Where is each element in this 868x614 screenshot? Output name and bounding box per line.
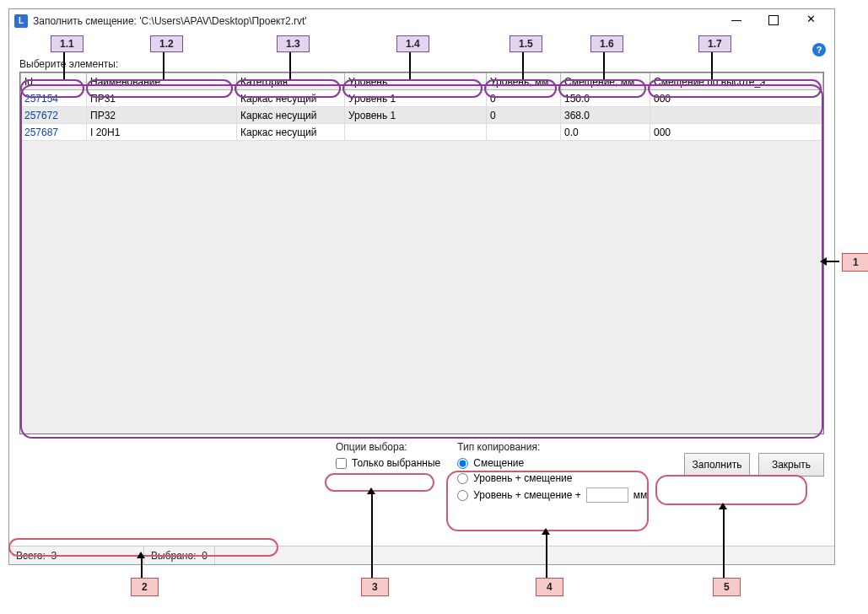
table-row[interactable]: 257672 ПР32 Каркас несущий Уровень 1 0 3…: [21, 107, 823, 124]
cell-category: Каркас несущий: [237, 107, 345, 124]
selection-options-group: Опции выбора: Только выбранные: [336, 441, 440, 471]
cell-level-mm: [487, 124, 561, 141]
cell-level-mm: 0: [487, 107, 561, 124]
cell-offset-mm: 368.0: [561, 107, 650, 124]
only-selected-checkbox[interactable]: [336, 458, 347, 469]
col-name[interactable]: Наименование: [87, 73, 237, 90]
radio-level-offset-row[interactable]: Уровень + смещение: [457, 471, 647, 486]
cell-category: Каркас несущий: [237, 124, 345, 141]
tag-1-6: 1.6: [590, 35, 623, 52]
close-window-button[interactable]: [792, 11, 829, 31]
mm-input[interactable]: [586, 487, 628, 503]
status-selected: Выбрано: 0: [144, 547, 215, 564]
tag-1-4: 1.4: [396, 35, 429, 52]
radio-level-offset-plus-row[interactable]: Уровень + смещение + мм: [457, 486, 647, 504]
options-title: Опции выбора:: [336, 441, 440, 453]
radio-level-offset-plus[interactable]: [457, 490, 468, 501]
tag-1-3: 1.3: [277, 35, 310, 52]
status-total: Всего: 3: [9, 547, 144, 564]
mm-suffix-label: мм: [633, 489, 648, 501]
tag-1: 1: [842, 253, 868, 272]
cell-category: Каркас несущий: [237, 90, 345, 107]
table-row[interactable]: 257687 I 20Н1 Каркас несущий 0.0 000: [21, 124, 823, 141]
tag-5: 5: [713, 578, 741, 596]
minimize-button[interactable]: [718, 11, 755, 31]
cell-level: [345, 124, 487, 141]
cell-offset-mm: 150.0: [561, 90, 650, 107]
only-selected-row[interactable]: Только выбранные: [336, 455, 440, 471]
maximize-button[interactable]: [755, 11, 792, 31]
choose-elements-label: Выберите элементы:: [19, 58, 824, 70]
copy-type-group: Тип копирования: Смещение Уровень + смещ…: [457, 441, 647, 504]
tag-2: 2: [131, 578, 159, 596]
titlebar: L Заполнить смещение: 'C:\Users\APAV\Des…: [9, 9, 834, 33]
cell-name: ПР32: [87, 107, 237, 124]
radio-level-offset-label: Уровень + смещение: [473, 472, 572, 484]
tag-1-2: 1.2: [150, 35, 183, 52]
cell-level-mm: 0: [487, 90, 561, 107]
close-button[interactable]: Закрыть: [758, 453, 824, 477]
table-row[interactable]: 257154 ПР31 Каркас несущий Уровень 1 0 1…: [21, 90, 823, 107]
radio-offset[interactable]: [457, 458, 468, 469]
radio-offset-row[interactable]: Смещение: [457, 455, 647, 471]
tag-4: 4: [536, 578, 563, 596]
cell-name: I 20Н1: [87, 124, 237, 141]
elements-grid-container: Id Наименование Категория Уровень Уровен…: [19, 72, 824, 434]
col-level[interactable]: Уровень: [345, 73, 487, 90]
tag-3: 3: [361, 578, 389, 596]
cell-id[interactable]: 257154: [21, 90, 87, 107]
col-id[interactable]: Id: [21, 73, 87, 90]
app-window: L Заполнить смещение: 'C:\Users\APAV\Des…: [8, 8, 835, 565]
only-selected-label: Только выбранные: [352, 457, 440, 469]
cell-level: Уровень 1: [345, 90, 487, 107]
window-controls: [718, 11, 829, 31]
radio-level-offset[interactable]: [457, 473, 468, 484]
radio-offset-label: Смещение: [473, 457, 524, 469]
cell-level: Уровень 1: [345, 107, 487, 124]
app-icon: L: [14, 14, 28, 28]
tag-1-5: 1.5: [509, 35, 542, 52]
cell-name: ПР31: [87, 90, 237, 107]
copy-type-title: Тип копирования:: [457, 441, 647, 453]
window-title: Заполнить смещение: 'C:\Users\APAV\Deskt…: [33, 15, 718, 27]
cell-id[interactable]: 257672: [21, 107, 87, 124]
col-offset-mm[interactable]: Смещение, мм: [561, 73, 650, 90]
cell-height-offset: [650, 107, 823, 124]
col-height-offset[interactable]: Смещение по высоте_э: [650, 73, 823, 90]
cell-height-offset: 000: [650, 90, 823, 107]
elements-grid[interactable]: Id Наименование Категория Уровень Уровен…: [20, 73, 823, 141]
cell-id[interactable]: 257687: [21, 124, 87, 141]
help-icon[interactable]: ?: [812, 43, 826, 57]
radio-level-offset-plus-label: Уровень + смещение +: [473, 489, 581, 501]
statusbar: Всего: 3 Выбрано: 0: [9, 546, 834, 564]
fill-button[interactable]: Заполнить: [684, 453, 750, 477]
cell-offset-mm: 0.0: [561, 124, 650, 141]
cell-height-offset: 000: [650, 124, 823, 141]
tag-1-7: 1.7: [698, 35, 731, 52]
tag-1-1: 1.1: [51, 35, 84, 52]
